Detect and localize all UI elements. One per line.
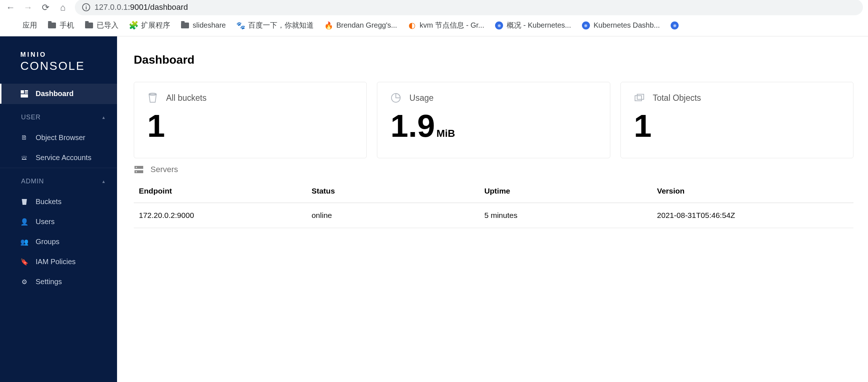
sidebar-item-label: Groups [36, 238, 60, 246]
forward-button[interactable]: → [23, 2, 33, 13]
servers-title: Servers [150, 165, 178, 174]
flame-icon: 🔥 [325, 21, 333, 29]
bookmark-imported[interactable]: 已导入 [85, 20, 118, 30]
bookmark-slideshare[interactable]: slideshare [181, 21, 226, 29]
cloche-icon: 🛎 [20, 154, 28, 162]
sidebar-item-object-browser[interactable]: 🗎 Object Browser [0, 128, 117, 148]
bucket-icon [20, 198, 28, 206]
bookmark-label: 应用 [23, 20, 37, 30]
svg-rect-6 [635, 96, 642, 101]
sidebar-item-settings[interactable]: ⚙ Settings [0, 272, 117, 292]
file-icon: 🗎 [20, 134, 28, 142]
users-icon: 👥 [20, 238, 28, 246]
svg-rect-7 [637, 94, 644, 99]
sidebar-item-service-accounts[interactable]: 🛎 Service Accounts [0, 148, 117, 168]
bookmark-k8s-overview[interactable]: 概况 - Kubernetes... [495, 20, 571, 30]
sidebar-item-label: Object Browser [36, 134, 85, 142]
card-value: 1.9 [390, 110, 435, 142]
bookmark-label: 百度一下，你就知道 [248, 20, 314, 30]
bookmark-label: 已导入 [97, 20, 118, 30]
bookmarks-bar: 应用 手机 已导入 🧩 扩展程序 slideshare 🐾 百度一下，你就知道 … [0, 15, 868, 36]
brand-line1: MINIO [20, 51, 117, 59]
bookmark-icon: 🔖 [20, 258, 28, 266]
folder-icon [85, 21, 93, 29]
svg-point-11 [136, 171, 137, 172]
main-content: Dashboard All buckets 1 Usage [117, 36, 868, 382]
col-version: Version [652, 179, 853, 203]
kubernetes-icon [671, 21, 679, 29]
brand-line2: CONSOLE [20, 59, 117, 73]
sidebar-item-label: Settings [36, 278, 62, 286]
bookmark-extensions[interactable]: 🧩 扩展程序 [129, 20, 170, 30]
card-label: Total Objects [653, 93, 701, 103]
servers-heading: Servers [134, 165, 853, 174]
table-row[interactable]: 172.20.0.2:9000 online 5 minutes 2021-08… [134, 203, 853, 228]
home-button[interactable]: ⌂ [57, 2, 68, 13]
bookmark-phone[interactable]: 手机 [48, 20, 74, 30]
bookmark-brendan-gregg[interactable]: 🔥 Brendan Gregg's... [325, 21, 397, 29]
sidebar-item-label: Buckets [36, 198, 61, 206]
sidebar-item-label: Service Accounts [36, 154, 91, 162]
sidebar-item-dashboard[interactable]: Dashboard [0, 84, 117, 104]
card-usage: Usage 1.9 MiB [377, 82, 610, 158]
layers-icon [634, 92, 645, 103]
chevron-up-icon: ▲ [101, 115, 106, 120]
kubernetes-icon [582, 21, 590, 29]
svg-rect-2 [25, 92, 28, 93]
grafana-icon: ◐ [408, 21, 416, 29]
sidebar-item-groups[interactable]: 👥 Groups [0, 232, 117, 252]
bookmark-label: Brendan Gregg's... [336, 21, 397, 29]
bookmark-more[interactable] [671, 21, 679, 29]
apps-icon [11, 21, 19, 29]
site-info-icon[interactable]: i [82, 3, 90, 11]
sidebar-item-label: Users [36, 218, 55, 226]
back-button[interactable]: ← [5, 2, 16, 13]
servers-icon [134, 166, 144, 173]
card-label: All buckets [166, 93, 206, 103]
folder-icon [181, 21, 189, 29]
sidebar-item-label: Dashboard [36, 89, 73, 98]
card-value: 1 [634, 110, 652, 142]
cell-uptime: 5 minutes [479, 203, 652, 228]
sidebar-item-iam-policies[interactable]: 🔖 IAM Policies [0, 252, 117, 272]
bookmark-label: kvm 节点信息 - Gr... [419, 20, 484, 30]
sidebar-item-label: IAM Policies [36, 258, 76, 266]
kubernetes-icon [495, 21, 503, 29]
address-bar[interactable]: i 127.0.0.1:9001/dashboard [75, 0, 863, 15]
bookmark-apps[interactable]: 应用 [11, 20, 37, 30]
sidebar-item-buckets[interactable]: Buckets [0, 192, 117, 212]
servers-table: Endpoint Status Uptime Version 172.20.0.… [134, 179, 853, 228]
browser-toolbar: ← → ⟳ ⌂ i 127.0.0.1:9001/dashboard [0, 0, 868, 15]
svg-rect-0 [21, 90, 24, 93]
bookmark-kvm-grafana[interactable]: ◐ kvm 节点信息 - Gr... [408, 20, 484, 30]
page-title: Dashboard [134, 53, 853, 67]
stat-cards: All buckets 1 Usage 1.9 MiB [134, 82, 853, 158]
bookmark-label: 概况 - Kubernetes... [507, 20, 571, 30]
col-status: Status [306, 179, 479, 203]
puzzle-icon: 🧩 [129, 21, 137, 29]
sidebar-section-user[interactable]: USER ▲ [0, 104, 117, 128]
gear-icon: ⚙ [20, 278, 28, 286]
cell-endpoint: 172.20.0.2:9000 [134, 203, 306, 228]
card-all-buckets: All buckets 1 [134, 82, 367, 158]
svg-point-10 [136, 167, 137, 168]
reload-button[interactable]: ⟳ [40, 2, 51, 13]
brand-logo: MINIO CONSOLE [0, 36, 117, 84]
sidebar-section-label: ADMIN [21, 178, 44, 185]
svg-rect-3 [21, 94, 28, 98]
sidebar-section-admin[interactable]: ADMIN ▲ [0, 168, 117, 192]
dashboard-icon [20, 90, 28, 98]
chevron-up-icon: ▲ [101, 179, 106, 184]
cell-status: online [306, 203, 479, 228]
card-label: Usage [409, 93, 433, 103]
url-host: 127.0.0.1 [95, 3, 128, 12]
bookmark-baidu[interactable]: 🐾 百度一下，你就知道 [237, 20, 314, 30]
cell-version: 2021-08-31T05:46:54Z [652, 203, 853, 228]
bookmark-label: slideshare [193, 21, 226, 29]
app-root: MINIO CONSOLE Dashboard USER ▲ 🗎 Object … [0, 36, 868, 382]
svg-rect-1 [25, 90, 28, 92]
bookmark-k8s-dashboard[interactable]: Kubernetes Dashb... [582, 21, 660, 29]
sidebar-item-users[interactable]: 👤 Users [0, 212, 117, 232]
folder-icon [48, 21, 56, 29]
sidebar-section-label: USER [21, 114, 41, 121]
